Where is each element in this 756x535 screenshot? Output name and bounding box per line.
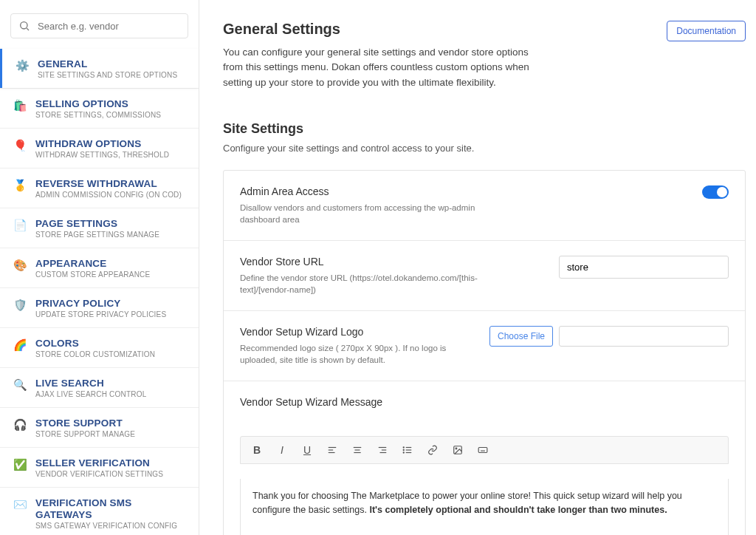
- nav-sublabel: STORE SETTINGS, COMMISSIONS: [35, 111, 161, 119]
- page-description: You can configure your general site sett…: [223, 45, 540, 90]
- label-wizard-logo: Vendor Setup Wizard Logo: [240, 326, 475, 338]
- sidebar-item-withdraw-options-icon: 🎈: [13, 139, 27, 152]
- editor-toolbar: B I U: [240, 436, 729, 464]
- hint-admin-area-access: Disallow vendors and customers from acce…: [240, 202, 484, 225]
- search-icon: [18, 20, 30, 32]
- sidebar-item-store-support[interactable]: 🎧 STORE SUPPORT STORE SUPPORT MANAGE: [0, 408, 199, 447]
- svg-point-16: [403, 452, 404, 453]
- section-title-site-settings: Site Settings: [223, 121, 746, 137]
- editor-align-right-button[interactable]: [375, 441, 390, 459]
- row-wizard-message: Vendor Setup Wizard Message B I U: [224, 381, 745, 535]
- nav-sublabel: CUSTOM STORE APPEARANCE: [35, 270, 150, 279]
- sidebar-item-privacy-policy-icon: 🛡️: [13, 299, 27, 312]
- input-vendor-store-url[interactable]: [559, 256, 729, 279]
- nav-label: REVERSE WITHDRAWAL: [35, 178, 157, 189]
- sidebar-nav: ⚙️ GENERAL SITE SETTINGS AND STORE OPTIO…: [0, 49, 199, 535]
- nav-label: GENERAL: [38, 58, 87, 69]
- sidebar-item-selling-options-icon: 🛍️: [13, 99, 27, 112]
- nav-label: SELLING OPTIONS: [35, 98, 128, 109]
- nav-sublabel: STORE COLOR CUSTOMIZATION: [35, 350, 155, 358]
- svg-line-1: [27, 28, 29, 30]
- nav-label: PAGE SETTINGS: [35, 218, 117, 229]
- sidebar-item-withdraw-options[interactable]: 🎈 WITHDRAW OPTIONS WITHDRAW SETTINGS, TH…: [0, 129, 199, 168]
- page-title: General Settings: [223, 21, 540, 38]
- top-bar: General Settings You can configure your …: [223, 21, 746, 90]
- hint-wizard-logo: Recommended logo size ( 270px X 90px ). …: [240, 342, 475, 366]
- editor-list-button[interactable]: [400, 441, 415, 459]
- svg-point-15: [403, 450, 404, 451]
- nav-sublabel: STORE PAGE SETTINGS MANAGE: [35, 231, 159, 239]
- wizard-logo-path-display: [559, 326, 729, 347]
- sidebar-item-verification-sms-gateways-icon: ✉️: [13, 498, 27, 511]
- svg-point-18: [456, 448, 457, 449]
- align-left-icon: [327, 445, 337, 455]
- sidebar-item-page-settings-icon: 📄: [13, 219, 27, 232]
- nav-label: PRIVACY POLICY: [35, 298, 121, 309]
- keyboard-icon: [478, 445, 488, 455]
- section-desc-site-settings: Configure your site settings and control…: [223, 143, 746, 154]
- sidebar-item-appearance-icon: 🎨: [13, 259, 27, 272]
- search-input[interactable]: [38, 21, 180, 32]
- editor-content[interactable]: Thank you for choosing The Marketplace t…: [240, 479, 729, 535]
- nav-sublabel: VENDOR VERIFICATION SETTINGS: [35, 470, 163, 478]
- nav-sublabel: UPDATE STORE PRIVACY POLICIES: [35, 310, 166, 318]
- sidebar-item-colors-icon: 🌈: [13, 338, 27, 352]
- sidebar-item-privacy-policy[interactable]: 🛡️ PRIVACY POLICY UPDATE STORE PRIVACY P…: [0, 288, 199, 327]
- row-wizard-logo: Vendor Setup Wizard Logo Recommended log…: [224, 311, 745, 381]
- documentation-button[interactable]: Documentation: [667, 21, 746, 41]
- svg-rect-19: [478, 448, 487, 453]
- choose-file-button[interactable]: Choose File: [489, 326, 553, 347]
- svg-point-0: [21, 22, 27, 29]
- editor-image-button[interactable]: [450, 441, 465, 459]
- sidebar-item-general[interactable]: ⚙️ GENERAL SITE SETTINGS AND STORE OPTIO…: [0, 49, 199, 88]
- sidebar-item-reverse-withdrawal-icon: 🥇: [13, 179, 27, 192]
- main-content: General Settings You can configure your …: [199, 0, 756, 535]
- hint-vendor-store-url: Define the vendor store URL (https://ote…: [240, 272, 484, 296]
- sidebar-item-colors[interactable]: 🌈 COLORS STORE COLOR CUSTOMIZATION: [0, 328, 199, 367]
- sidebar-item-reverse-withdrawal[interactable]: 🥇 REVERSE WITHDRAWAL ADMIN COMMISSION CO…: [0, 168, 199, 208]
- sidebar-item-store-support-icon: 🎧: [13, 418, 27, 432]
- nav-sublabel: AJAX LIVE SEARCH CONTROL: [35, 390, 146, 398]
- editor-align-center-button[interactable]: [350, 441, 365, 459]
- editor-link-button[interactable]: [425, 441, 440, 459]
- sidebar-item-live-search-icon: 🔍: [13, 378, 27, 392]
- align-center-icon: [352, 445, 362, 455]
- label-admin-area-access: Admin Area Access: [240, 185, 687, 197]
- image-icon: [453, 445, 463, 455]
- sidebar-item-seller-verification-icon: ✅: [13, 458, 27, 471]
- toggle-admin-area-access[interactable]: [702, 185, 729, 199]
- editor-align-left-button[interactable]: [325, 441, 340, 459]
- label-wizard-message: Vendor Setup Wizard Message: [240, 396, 729, 408]
- settings-panel: Admin Area Access Disallow vendors and c…: [223, 170, 746, 535]
- list-icon: [402, 445, 413, 455]
- row-vendor-store-url: Vendor Store URL Define the vendor store…: [224, 241, 745, 311]
- search-box[interactable]: [10, 13, 188, 38]
- link-icon: [427, 445, 438, 455]
- editor-italic-button[interactable]: I: [275, 441, 289, 459]
- align-right-icon: [377, 445, 388, 455]
- nav-sublabel: STORE SUPPORT MANAGE: [35, 430, 135, 438]
- sidebar-item-selling-options[interactable]: 🛍️ SELLING OPTIONS STORE SETTINGS, COMMI…: [0, 89, 199, 128]
- nav-label: VERIFICATION SMS GATEWAYS: [35, 497, 131, 520]
- svg-point-14: [403, 447, 404, 448]
- sidebar-item-page-settings[interactable]: 📄 PAGE SETTINGS STORE PAGE SETTINGS MANA…: [0, 208, 199, 248]
- editor-bold-button[interactable]: B: [250, 441, 264, 459]
- sidebar-item-seller-verification[interactable]: ✅ SELLER VERIFICATION VENDOR VERIFICATIO…: [0, 448, 199, 487]
- sidebar: ⚙️ GENERAL SITE SETTINGS AND STORE OPTIO…: [0, 0, 199, 535]
- sidebar-item-verification-sms-gateways[interactable]: ✉️ VERIFICATION SMS GATEWAYS SMS GATEWAY…: [0, 488, 199, 535]
- sidebar-item-live-search[interactable]: 🔍 LIVE SEARCH AJAX LIVE SEARCH CONTROL: [0, 368, 199, 407]
- sidebar-item-appearance[interactable]: 🎨 APPEARANCE CUSTOM STORE APPEARANCE: [0, 248, 199, 287]
- nav-label: COLORS: [35, 338, 79, 349]
- nav-label: WITHDRAW OPTIONS: [35, 138, 141, 149]
- label-vendor-store-url: Vendor Store URL: [240, 256, 544, 268]
- nav-label: SELLER VERIFICATION: [35, 457, 150, 468]
- nav-label: LIVE SEARCH: [35, 378, 104, 389]
- nav-sublabel: SMS GATEWAY VERIFICATION CONFIG: [35, 522, 187, 530]
- nav-sublabel: ADMIN COMMISSION CONFIG (ON COD): [35, 191, 182, 199]
- sidebar-item-general-icon: ⚙️: [16, 59, 29, 72]
- editor-keyboard-button[interactable]: [475, 441, 490, 459]
- row-admin-area-access: Admin Area Access Disallow vendors and c…: [224, 171, 745, 241]
- nav-label: STORE SUPPORT: [35, 418, 123, 429]
- editor-underline-button[interactable]: U: [300, 441, 315, 459]
- toggle-knob: [717, 187, 727, 197]
